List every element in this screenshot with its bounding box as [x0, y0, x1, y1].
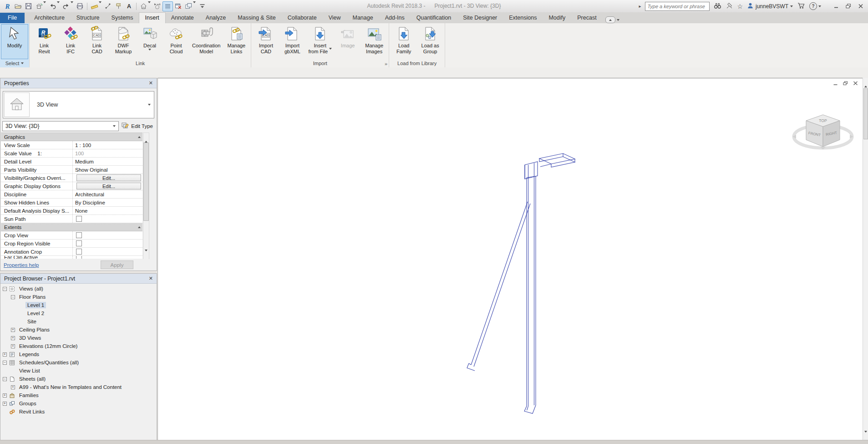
- view-restore-button[interactable]: [843, 81, 848, 86]
- qat-save-button[interactable]: [23, 1, 34, 11]
- type-selector[interactable]: 3D View: [3, 91, 154, 118]
- view-close-button[interactable]: [853, 81, 858, 86]
- edit-button[interactable]: Edit...: [76, 174, 141, 181]
- signin-user[interactable]: junneBVSWT: [747, 2, 793, 10]
- ribbon-button-link-revit[interactable]: RRVTLinkRevit: [31, 25, 57, 59]
- canvas-vertical-scrollbar[interactable]: [863, 78, 868, 440]
- tab-structure[interactable]: Structure: [71, 13, 106, 23]
- type-selector-dropdown-icon[interactable]: [148, 92, 151, 118]
- tab-architecture[interactable]: Architecture: [28, 13, 71, 23]
- tab-extensions[interactable]: Extensions: [503, 13, 543, 23]
- crop-region-visible-checkbox[interactable]: [76, 240, 82, 246]
- qat-measure-button[interactable]: [89, 1, 103, 11]
- ribbon-button-point-cloud[interactable]: PointCloud: [163, 25, 189, 59]
- ribbon-button-manage-images[interactable]: ManageImages: [361, 25, 387, 59]
- canvas-scrollbar-thumb[interactable]: [863, 88, 868, 139]
- view-minimize-button[interactable]: [833, 81, 838, 86]
- viewcube[interactable]: TOP FRONT RIGHT: [789, 105, 857, 173]
- section-header-extents[interactable]: Extents: [1, 223, 142, 231]
- scroll-down-icon[interactable]: [145, 250, 147, 258]
- project-browser-header[interactable]: Project Browser - Project1.rvt ✕: [0, 274, 157, 284]
- ribbon-button-modify[interactable]: Modify: [1, 25, 28, 59]
- ribbon-button-import-gbxml[interactable]: ImportgbXML: [279, 25, 305, 59]
- project-browser-close-icon[interactable]: ✕: [149, 276, 153, 281]
- qat-text-button[interactable]: A: [124, 1, 134, 11]
- ribbon-collapse-button[interactable]: [605, 16, 619, 23]
- qat-aligned-dimension-button[interactable]: [103, 1, 113, 11]
- expand-icon[interactable]: +: [3, 352, 7, 357]
- qat-default-3d-view-button[interactable]: [138, 1, 152, 11]
- collapse-icon[interactable]: −: [11, 295, 15, 299]
- instance-selector-combo[interactable]: 3D View: {3D}: [2, 121, 119, 131]
- section-header-graphics[interactable]: Graphics: [1, 133, 142, 141]
- panel-label-select[interactable]: Select: [0, 59, 29, 67]
- tree-item-a99-what-s-new-in-templates-and-content[interactable]: +A99 - What's New in Templates and Conte…: [0, 383, 157, 391]
- ribbon-button-import-cad[interactable]: CADImportCAD: [253, 25, 279, 59]
- tree-item-families[interactable]: +Families: [0, 391, 157, 399]
- qat-revit-logo-button[interactable]: R: [2, 1, 13, 11]
- tab-file[interactable]: File: [0, 13, 25, 23]
- search-binoculars-icon[interactable]: [714, 2, 721, 10]
- tree-item-level-1[interactable]: Level 1: [0, 301, 157, 309]
- expand-icon[interactable]: +: [11, 328, 15, 332]
- qat-close-hidden-windows-button[interactable]: [173, 1, 183, 11]
- tree-item-views-all[interactable]: −Views (all): [0, 285, 157, 293]
- qat-customize-qat-button[interactable]: [197, 1, 208, 11]
- app-store-cart-icon[interactable]: [797, 2, 805, 10]
- panel-label-import[interactable]: Import»: [251, 59, 389, 67]
- tab-systems[interactable]: Systems: [106, 13, 139, 23]
- tree-item-3d-views[interactable]: +3D Views: [0, 334, 157, 342]
- tab-quantification[interactable]: Quantification: [411, 13, 457, 23]
- expand-icon[interactable]: +: [11, 344, 15, 348]
- tab-collaborate[interactable]: Collaborate: [282, 13, 323, 23]
- infocenter-collapse-icon[interactable]: ▸: [639, 4, 641, 9]
- scrollbar-thumb[interactable]: [143, 143, 149, 221]
- tab-insert[interactable]: Insert: [139, 13, 165, 23]
- window-close-button[interactable]: [854, 1, 867, 11]
- collapse-icon[interactable]: −: [3, 377, 7, 381]
- tree-item-view-list[interactable]: View List: [0, 367, 157, 375]
- qat-switch-windows-button[interactable]: [183, 1, 197, 11]
- collapse-icon[interactable]: −: [3, 361, 7, 365]
- qat-print-button[interactable]: [75, 1, 85, 11]
- canvas-scroll-up-icon[interactable]: [864, 79, 867, 87]
- tree-item-sheets-all[interactable]: −Sheets (all): [0, 375, 157, 383]
- tree-item-groups[interactable]: +Groups: [0, 399, 157, 408]
- scroll-up-icon[interactable]: [145, 134, 147, 143]
- tree-item-level-2[interactable]: Level 2: [0, 309, 157, 317]
- tab-precast[interactable]: Precast: [571, 13, 602, 23]
- window-restore-button[interactable]: [842, 1, 854, 11]
- properties-scrollbar[interactable]: [143, 133, 149, 260]
- tree-item-site[interactable]: Site: [0, 317, 157, 326]
- tab-modify[interactable]: Modify: [543, 13, 571, 23]
- qat-open-button[interactable]: [13, 1, 23, 11]
- communication-center-icon[interactable]: [726, 2, 733, 10]
- ribbon-button-insert-from-file[interactable]: Insertfrom File: [305, 25, 335, 59]
- expand-icon[interactable]: +: [11, 385, 15, 389]
- properties-header[interactable]: Properties ✕: [0, 78, 157, 88]
- panel-label-load-from-library[interactable]: Load from Library: [389, 59, 445, 67]
- expand-icon[interactable]: +: [11, 336, 15, 340]
- window-minimize-button[interactable]: [830, 1, 842, 11]
- tree-item-revit-links[interactable]: Revit Links: [0, 408, 157, 416]
- expand-icon[interactable]: +: [3, 402, 7, 406]
- model-structural-column[interactable]: [158, 78, 863, 437]
- apply-button[interactable]: Apply: [101, 260, 133, 269]
- qat-tag-by-category-button[interactable]: [113, 1, 124, 11]
- tab-analyze[interactable]: Analyze: [200, 13, 232, 23]
- tab-site-designer[interactable]: Site Designer: [457, 13, 503, 23]
- ribbon-button-coordination-model[interactable]: CoordinationModel: [189, 25, 223, 59]
- infocenter-search-input[interactable]: [645, 2, 710, 11]
- ribbon-button-manage-links[interactable]: ManageLinks: [223, 25, 249, 59]
- far-clip-active-checkbox[interactable]: [76, 256, 82, 259]
- ribbon-button-link-ifc[interactable]: LinkIFC: [57, 25, 84, 59]
- qat-thin-lines-button[interactable]: [162, 1, 173, 11]
- tab-manage[interactable]: Manage: [347, 13, 379, 23]
- canvas-scroll-down-icon[interactable]: [864, 431, 867, 439]
- panel-slideout-icon[interactable]: »: [385, 61, 387, 66]
- section-collapse-icon[interactable]: [138, 136, 141, 138]
- edit-type-button[interactable]: Edit Type: [122, 122, 155, 130]
- panel-label-link[interactable]: Link: [30, 59, 251, 67]
- tree-item-ceiling-plans[interactable]: +Ceiling Plans: [0, 326, 157, 334]
- qat-synchronize-button[interactable]: [34, 1, 47, 11]
